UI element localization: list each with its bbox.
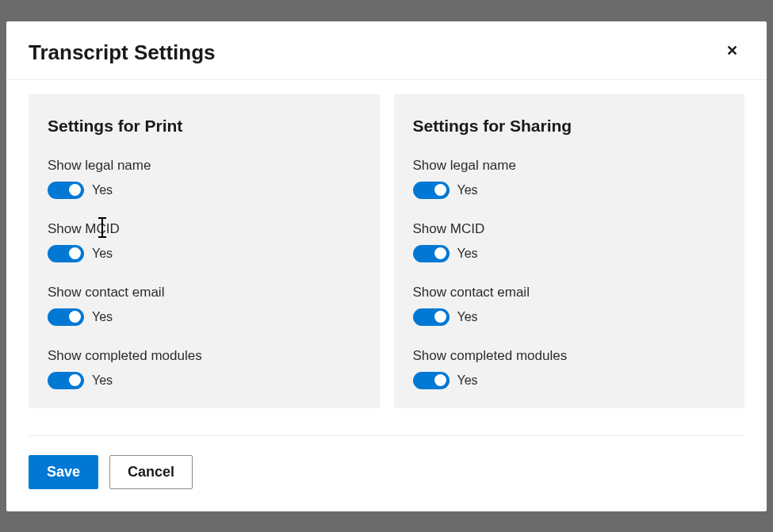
save-button[interactable]: Save xyxy=(29,455,98,489)
toggle-show-completed-modules-print[interactable] xyxy=(48,372,84,389)
panel-print: Settings for Print Show legal name Yes S… xyxy=(29,94,380,408)
toggle-show-legal-name-print[interactable] xyxy=(48,182,84,199)
close-icon: ✕ xyxy=(726,43,738,59)
dialog-title: Transcript Settings xyxy=(29,40,216,65)
toggle-row: Yes xyxy=(48,182,361,199)
toggle-knob xyxy=(69,184,81,196)
setting-label: Show MCID xyxy=(413,221,726,237)
setting-show-contact-email-sharing: Show contact email Yes xyxy=(413,285,726,326)
toggle-row: Yes xyxy=(413,182,726,199)
toggle-state: Yes xyxy=(92,310,113,324)
toggle-knob xyxy=(434,247,446,259)
setting-label: Show MCID xyxy=(48,221,361,237)
toggle-state: Yes xyxy=(92,183,113,197)
panel-sharing: Settings for Sharing Show legal name Yes… xyxy=(394,94,745,408)
setting-show-mcid-sharing: Show MCID Yes xyxy=(413,221,726,262)
setting-show-completed-modules-print: Show completed modules Yes xyxy=(48,348,361,389)
setting-show-completed-modules-sharing: Show completed modules Yes xyxy=(413,348,726,389)
toggle-show-contact-email-sharing[interactable] xyxy=(413,308,450,326)
setting-show-legal-name-sharing: Show legal name Yes xyxy=(413,158,726,199)
toggle-state: Yes xyxy=(457,310,478,324)
panel-sharing-title: Settings for Sharing xyxy=(413,117,726,136)
toggle-show-legal-name-sharing[interactable] xyxy=(413,182,450,199)
cancel-button[interactable]: Cancel xyxy=(109,455,193,489)
transcript-settings-dialog: Transcript Settings ✕ Settings for Print… xyxy=(6,21,767,511)
toggle-state: Yes xyxy=(457,247,478,261)
toggle-show-mcid-sharing[interactable] xyxy=(413,245,450,262)
toggle-knob xyxy=(69,311,81,323)
toggle-row: Yes xyxy=(413,245,726,262)
toggle-knob xyxy=(434,374,446,386)
toggle-row: Yes xyxy=(48,245,361,262)
setting-label: Show legal name xyxy=(48,158,361,174)
setting-show-contact-email-print: Show contact email Yes xyxy=(48,285,361,326)
toggle-state: Yes xyxy=(92,373,113,388)
toggle-knob xyxy=(69,247,81,259)
toggle-show-completed-modules-sharing[interactable] xyxy=(413,372,450,389)
toggle-row: Yes xyxy=(48,308,361,326)
toggle-row: Yes xyxy=(413,308,726,326)
setting-label: Show contact email xyxy=(413,285,726,300)
dialog-header: Transcript Settings ✕ xyxy=(6,21,767,80)
toggle-row: Yes xyxy=(48,372,361,389)
toggle-state: Yes xyxy=(457,183,478,197)
settings-panels: Settings for Print Show legal name Yes S… xyxy=(6,80,767,416)
setting-label: Show completed modules xyxy=(413,348,726,364)
toggle-knob xyxy=(69,374,81,386)
setting-label: Show contact email xyxy=(48,285,361,300)
toggle-row: Yes xyxy=(413,372,726,389)
panel-print-title: Settings for Print xyxy=(48,117,361,136)
setting-show-legal-name-print: Show legal name Yes xyxy=(48,158,361,199)
setting-label: Show completed modules xyxy=(48,348,361,364)
toggle-state: Yes xyxy=(457,373,478,388)
toggle-knob xyxy=(434,184,446,196)
setting-show-mcid-print: Show MCID Yes xyxy=(48,221,361,262)
dialog-footer: Save Cancel xyxy=(29,435,744,511)
toggle-show-mcid-print[interactable] xyxy=(48,245,84,262)
close-button[interactable]: ✕ xyxy=(720,40,744,61)
toggle-knob xyxy=(434,311,446,323)
toggle-show-contact-email-print[interactable] xyxy=(48,308,84,326)
toggle-state: Yes xyxy=(92,247,113,261)
setting-label: Show legal name xyxy=(413,158,726,174)
